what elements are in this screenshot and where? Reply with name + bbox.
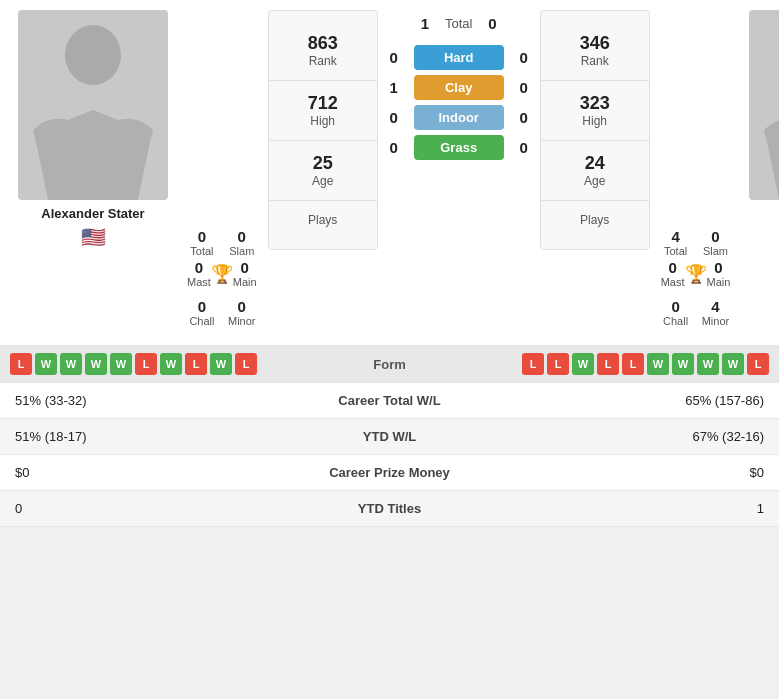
player1-slam-label: Slam bbox=[229, 245, 254, 257]
player1-slam-value: 0 bbox=[238, 228, 246, 245]
player1-career-wl: 51% (33-32) bbox=[15, 393, 290, 408]
player1-minor-value: 0 bbox=[238, 298, 246, 315]
player1-card: Alexander Stater 🇺🇸 bbox=[8, 10, 178, 249]
player1-chall-label: Chall bbox=[189, 315, 214, 327]
prize-row: $0 Career Prize Money $0 bbox=[0, 455, 779, 491]
player2-stats-grid: 4 Total 0 Slam bbox=[656, 228, 736, 257]
grass-score-right: 0 bbox=[514, 139, 534, 156]
form-badge-l: L bbox=[547, 353, 569, 375]
hard-button[interactable]: Hard bbox=[414, 45, 504, 70]
player2-card: Hazem Naow 🇸🇾 bbox=[739, 10, 779, 249]
career-wl-row: 51% (33-32) Career Total W/L 65% (157-86… bbox=[0, 383, 779, 419]
player1-plays-block: Plays bbox=[269, 201, 377, 239]
player1-age-block: 25 Age bbox=[269, 141, 377, 201]
player2-high-label: High bbox=[582, 114, 607, 128]
player1-photo bbox=[18, 10, 168, 200]
player1-age-value: 25 bbox=[313, 153, 333, 174]
total-row: 1 Total 0 bbox=[415, 15, 502, 32]
player1-rank-label: Rank bbox=[309, 54, 337, 68]
player2-total-label: Total bbox=[664, 245, 687, 257]
player2-trophy-row: 0 Mast 🏆 0 Main bbox=[656, 257, 736, 290]
player1-name: Alexander Stater bbox=[41, 206, 144, 221]
prize-label: Career Prize Money bbox=[290, 465, 490, 480]
player1-ytd-wl: 51% (18-17) bbox=[15, 429, 290, 444]
clay-row: 1 Clay 0 bbox=[384, 75, 534, 100]
player1-mast-item: 0 Mast bbox=[187, 259, 211, 288]
player2-ytd-wl: 67% (32-16) bbox=[490, 429, 765, 444]
player2-mast-value: 0 bbox=[668, 259, 676, 276]
clay-score-right: 0 bbox=[514, 79, 534, 96]
player1-trophy-icon: 🏆 bbox=[211, 263, 233, 285]
player2-mast-label: Mast bbox=[661, 276, 685, 288]
player2-chall-value: 0 bbox=[671, 298, 679, 315]
player1-age-label: Age bbox=[312, 174, 333, 188]
player1-chall-item: 0 Chall bbox=[187, 298, 217, 327]
form-badge-l: L bbox=[747, 353, 769, 375]
player2-titles: 1 bbox=[490, 501, 765, 516]
player2-main-value: 0 bbox=[714, 259, 722, 276]
hard-score-left: 0 bbox=[384, 49, 404, 66]
total-score-right: 0 bbox=[482, 15, 502, 32]
total-label: Total bbox=[445, 16, 472, 31]
form-badge-w: W bbox=[572, 353, 594, 375]
grass-button[interactable]: Grass bbox=[414, 135, 504, 160]
total-score-left: 1 bbox=[415, 15, 435, 32]
ytd-wl-label: YTD W/L bbox=[290, 429, 490, 444]
hard-row: 0 Hard 0 bbox=[384, 45, 534, 70]
grass-score-left: 0 bbox=[384, 139, 404, 156]
player1-rank-value: 863 bbox=[308, 33, 338, 54]
player1-rank-block: 863 Rank bbox=[269, 21, 377, 81]
player2-age-value: 24 bbox=[585, 153, 605, 174]
indoor-button[interactable]: Indoor bbox=[414, 105, 504, 130]
player2-minor-label: Minor bbox=[702, 315, 730, 327]
hard-score-right: 0 bbox=[514, 49, 534, 66]
clay-button[interactable]: Clay bbox=[414, 75, 504, 100]
titles-row: 0 YTD Titles 1 bbox=[0, 491, 779, 527]
player2-total-item: 4 Total bbox=[661, 228, 691, 257]
indoor-score-right: 0 bbox=[514, 109, 534, 126]
form-badge-w: W bbox=[160, 353, 182, 375]
grass-row: 0 Grass 0 bbox=[384, 135, 534, 160]
player1-trophy-row: 0 Mast 🏆 0 Main bbox=[182, 257, 262, 290]
player2-career-wl: 65% (157-86) bbox=[490, 393, 765, 408]
player2-high-block: 323 High bbox=[541, 81, 649, 141]
indoor-score-left: 0 bbox=[384, 109, 404, 126]
player1-chall-value: 0 bbox=[198, 298, 206, 315]
svg-point-0 bbox=[65, 25, 121, 85]
form-badge-l: L bbox=[622, 353, 644, 375]
player1-plays-label: Plays bbox=[308, 213, 337, 227]
form-badge-w: W bbox=[722, 353, 744, 375]
player2-rank-value: 346 bbox=[580, 33, 610, 54]
player2-stats-block: 4 Total 0 Slam 0 Mast 🏆 0 Main bbox=[656, 10, 736, 327]
player1-silhouette bbox=[18, 10, 168, 200]
player2-age-block: 24 Age bbox=[541, 141, 649, 201]
career-wl-label: Career Total W/L bbox=[290, 393, 490, 408]
player1-minor-label: Minor bbox=[228, 315, 256, 327]
player2-main-label: Main bbox=[707, 276, 731, 288]
player2-plays-label: Plays bbox=[580, 213, 609, 227]
player2-total-value: 4 bbox=[671, 228, 679, 245]
player1-stats-grid: 0 Total 0 Slam bbox=[182, 228, 262, 257]
form-badge-l: L bbox=[185, 353, 207, 375]
form-badge-w: W bbox=[697, 353, 719, 375]
ytd-wl-row: 51% (18-17) YTD W/L 67% (32-16) bbox=[0, 419, 779, 455]
player1-flag: 🇺🇸 bbox=[81, 225, 106, 249]
player1-high-label: High bbox=[310, 114, 335, 128]
player2-high-value: 323 bbox=[580, 93, 610, 114]
player1-total-value: 0 bbox=[198, 228, 206, 245]
clay-score-left: 1 bbox=[384, 79, 404, 96]
form-badge-w: W bbox=[647, 353, 669, 375]
player2-form: LLWLLWWWWL bbox=[522, 353, 769, 375]
player2-chall-item: 0 Chall bbox=[661, 298, 691, 327]
courts-section: 1 Total 0 0 Hard 0 1 Clay 0 0 Indoor 0 0 bbox=[384, 10, 534, 165]
form-badge-l: L bbox=[135, 353, 157, 375]
player1-minor-item: 0 Minor bbox=[227, 298, 257, 327]
player1-mast-value: 0 bbox=[195, 259, 203, 276]
player1-prize: $0 bbox=[15, 465, 290, 480]
player2-silhouette bbox=[749, 10, 779, 200]
player2-plays-block: Plays bbox=[541, 201, 649, 239]
stats-table: 51% (33-32) Career Total W/L 65% (157-86… bbox=[0, 383, 779, 527]
top-area: Alexander Stater 🇺🇸 0 Total 0 Slam 0 bbox=[0, 0, 779, 337]
player1-form: LWWWWLWLWL bbox=[10, 353, 257, 375]
form-badge-w: W bbox=[110, 353, 132, 375]
